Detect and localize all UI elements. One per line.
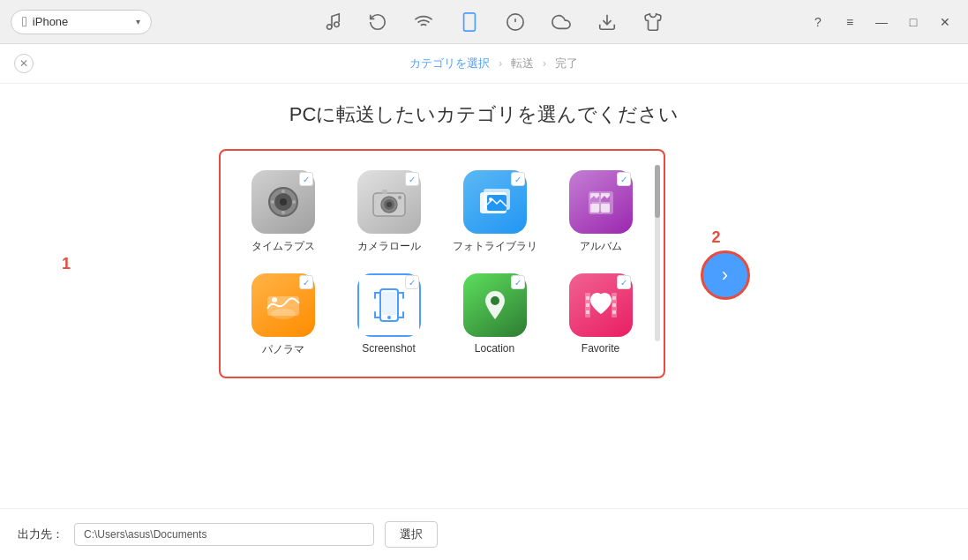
check-timelapse: ✓ bbox=[299, 172, 313, 186]
category-photo-library-label: フォトライブラリ bbox=[453, 239, 537, 254]
svg-rect-44 bbox=[612, 296, 616, 300]
category-timelapse[interactable]: ✓ タイムラプス bbox=[235, 165, 332, 259]
download-icon[interactable] bbox=[593, 8, 621, 36]
breadcrumb: カテゴリを選択 › 転送 › 完了 bbox=[34, 56, 954, 71]
svg-point-1 bbox=[334, 22, 339, 27]
svg-rect-30 bbox=[590, 204, 599, 213]
selection-area: 1 bbox=[18, 149, 950, 378]
restore-icon[interactable] bbox=[364, 8, 392, 36]
main-content: PCに転送したいカテゴリを選んでください 1 bbox=[0, 84, 968, 508]
svg-rect-45 bbox=[612, 303, 616, 307]
check-location: ✓ bbox=[511, 275, 525, 289]
svg-rect-3 bbox=[463, 12, 475, 30]
category-grid-wrapper: ✓ タイムラプス bbox=[219, 149, 665, 378]
select-folder-button[interactable]: 選択 bbox=[385, 521, 438, 548]
svg-rect-31 bbox=[601, 204, 610, 213]
svg-point-33 bbox=[272, 297, 277, 302]
category-favorite[interactable]: ✓ Favorite bbox=[552, 268, 649, 362]
breadcrumb-step3: 完了 bbox=[555, 56, 578, 70]
svg-rect-36 bbox=[382, 292, 396, 315]
category-album[interactable]: ✓ アルバム bbox=[552, 165, 649, 259]
category-location[interactable]: ✓ Location bbox=[446, 268, 544, 362]
toolbar bbox=[178, 8, 806, 36]
svg-rect-42 bbox=[586, 303, 589, 307]
category-screenshot-label: Screenshot bbox=[362, 342, 416, 355]
scrollbar-thumb[interactable] bbox=[655, 165, 660, 218]
svg-point-25 bbox=[489, 198, 492, 201]
label-2: 2 bbox=[711, 228, 720, 247]
cloud-icon[interactable] bbox=[547, 8, 575, 36]
svg-point-37 bbox=[387, 316, 391, 319]
subheader: ✕ カテゴリを選択 › 転送 › 完了 bbox=[0, 44, 968, 84]
dialog-close-button[interactable]: ✕ bbox=[14, 54, 34, 73]
music-icon[interactable] bbox=[318, 8, 346, 36]
help-button[interactable]: ? bbox=[806, 10, 830, 34]
category-favorite-label: Favorite bbox=[582, 342, 619, 355]
category-grid: ✓ タイムラプス bbox=[235, 165, 649, 362]
breadcrumb-step1: カテゴリを選択 bbox=[409, 56, 490, 70]
category-album-label: アルバム bbox=[580, 239, 622, 254]
content-area: ✕ カテゴリを選択 › 転送 › 完了 PCに転送したいカテゴリを選んでください… bbox=[0, 44, 968, 560]
check-album: ✓ bbox=[617, 172, 631, 186]
category-timelapse-label: タイムラプス bbox=[251, 239, 315, 254]
breadcrumb-separator2: › bbox=[543, 56, 546, 70]
breadcrumb-step2: 転送 bbox=[511, 56, 534, 70]
category-camera-roll[interactable]: ✓ カメラロール bbox=[341, 165, 438, 259]
scrollbar[interactable] bbox=[655, 165, 660, 341]
window-controls: ? ≡ — □ ✕ bbox=[806, 10, 957, 34]
phone-icon[interactable] bbox=[455, 8, 484, 36]
svg-rect-43 bbox=[586, 310, 589, 314]
svg-point-19 bbox=[386, 202, 392, 207]
close-button[interactable]: ✕ bbox=[933, 10, 957, 34]
svg-point-34 bbox=[271, 309, 296, 319]
tshirt-icon[interactable] bbox=[639, 8, 667, 36]
svg-point-21 bbox=[398, 196, 401, 199]
check-photo-library: ✓ bbox=[511, 172, 525, 186]
chevron-down-icon: ▾ bbox=[136, 17, 140, 26]
menu-button[interactable]: ≡ bbox=[837, 10, 862, 34]
svg-point-0 bbox=[326, 24, 332, 29]
check-favorite: ✓ bbox=[617, 275, 631, 289]
svg-point-14 bbox=[271, 200, 274, 204]
category-camera-roll-label: カメラロール bbox=[357, 239, 421, 254]
svg-point-13 bbox=[281, 211, 285, 214]
category-panorama[interactable]: ✓ パノラマ bbox=[235, 268, 332, 362]
titlebar:  iPhone ▾ bbox=[0, 0, 968, 44]
wifi-icon[interactable] bbox=[409, 8, 438, 36]
category-panorama-label: パノラマ bbox=[262, 342, 304, 357]
svg-rect-20 bbox=[382, 190, 387, 194]
minimize-button[interactable]: — bbox=[869, 10, 894, 34]
maximize-button[interactable]: □ bbox=[901, 10, 926, 34]
footer: 出力先： 選択 bbox=[0, 508, 968, 560]
check-screenshot: ✓ bbox=[405, 275, 419, 289]
svg-point-12 bbox=[281, 190, 285, 193]
device-name-label: iPhone bbox=[33, 15, 131, 28]
category-screenshot[interactable]: ✓ Screenshot bbox=[341, 268, 438, 362]
svg-rect-46 bbox=[612, 310, 616, 314]
output-label: 出力先： bbox=[18, 526, 64, 542]
svg-point-15 bbox=[292, 200, 296, 204]
category-photo-library[interactable]: ✓ フォトライブラリ bbox=[446, 165, 544, 259]
svg-rect-41 bbox=[586, 296, 589, 300]
svg-point-11 bbox=[280, 198, 287, 205]
apple-logo-icon:  bbox=[22, 14, 27, 30]
next-button[interactable]: › bbox=[701, 250, 750, 300]
label-1: 1 bbox=[62, 255, 71, 273]
check-panorama: ✓ bbox=[299, 275, 313, 289]
output-path-input[interactable] bbox=[74, 523, 374, 546]
check-camera-roll: ✓ bbox=[405, 172, 419, 186]
svg-point-38 bbox=[491, 296, 499, 305]
breadcrumb-separator1: › bbox=[499, 56, 502, 70]
category-location-label: Location bbox=[475, 342, 514, 355]
ios-icon[interactable] bbox=[501, 8, 529, 36]
device-selector[interactable]:  iPhone ▾ bbox=[11, 10, 152, 34]
page-title: PCに転送したいカテゴリを選んでください bbox=[289, 101, 679, 128]
